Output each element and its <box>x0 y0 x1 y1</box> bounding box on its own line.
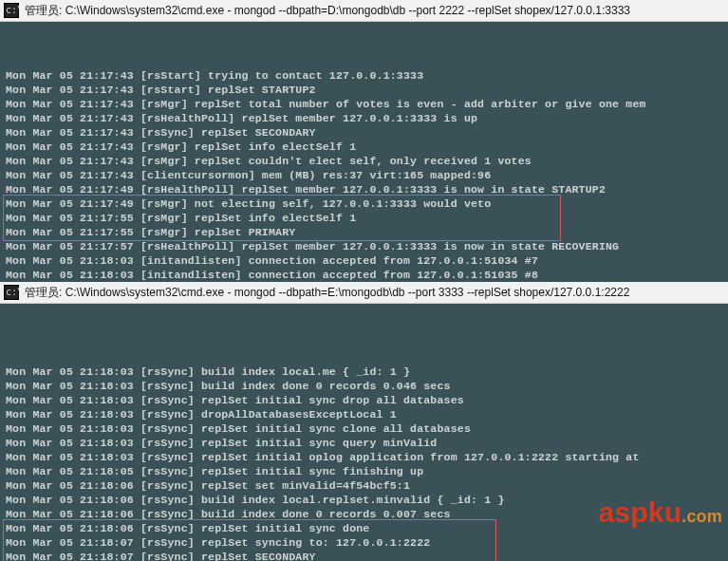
log-line: Mon Mar 05 21:18:03 [initandlisten] conn… <box>6 268 722 282</box>
log-line: Mon Mar 05 21:17:49 [rsMgr] not electing… <box>6 196 722 211</box>
log-line: Mon Mar 05 21:18:06 [rsSync] replSet ini… <box>6 521 722 535</box>
log-line: Mon Mar 05 21:17:57 [rsHealthPoll] replS… <box>6 239 722 253</box>
log-line: Mon Mar 05 21:18:03 [initandlisten] conn… <box>6 253 722 268</box>
log-line: Mon Mar 05 21:17:43 [rsHealthPoll] replS… <box>6 111 722 125</box>
cmd-icon: c:\ <box>4 285 19 300</box>
log-line: Mon Mar 05 21:17:43 [rsMgr] replSet info… <box>6 140 722 154</box>
cmd-icon: c:\ <box>4 3 19 18</box>
svg-text:c:\: c:\ <box>6 5 19 15</box>
titlebar-text-2: 管理员: C:\Windows\system32\cmd.exe - mongo… <box>25 285 629 301</box>
log-line: Mon Mar 05 21:17:43 [clientcursormon] me… <box>6 168 722 182</box>
log-line: Mon Mar 05 21:17:43 [rsSync] replSet SEC… <box>6 125 722 140</box>
log-line: Mon Mar 05 21:18:06 [rsSync] build index… <box>6 507 722 521</box>
titlebar-2[interactable]: c:\ 管理员: C:\Windows\system32\cmd.exe - m… <box>0 282 728 304</box>
log-line: Mon Mar 05 21:18:06 [rsSync] build index… <box>6 493 722 507</box>
log-line: Mon Mar 05 21:18:05 [rsSync] replSet ini… <box>6 464 722 478</box>
console-window-1: c:\ 管理员: C:\Windows\system32\cmd.exe - m… <box>0 0 728 282</box>
log-line: Mon Mar 05 21:18:03 [rsSync] replSet ini… <box>6 436 722 450</box>
log-line: Mon Mar 05 21:17:43 [rsMgr] replSet coul… <box>6 154 722 168</box>
log-line: Mon Mar 05 21:17:55 [rsMgr] replSet PRIM… <box>6 225 722 239</box>
titlebar-1[interactable]: c:\ 管理员: C:\Windows\system32\cmd.exe - m… <box>0 0 728 22</box>
log-line: Mon Mar 05 21:18:06 [rsSync] replSet set… <box>6 478 722 493</box>
log-line: Mon Mar 05 21:17:43 [rsStart] trying to … <box>6 68 722 83</box>
svg-text:c:\: c:\ <box>6 287 19 297</box>
log-line: Mon Mar 05 21:18:03 [rsSync] build index… <box>6 379 722 393</box>
log-line: Mon Mar 05 21:18:07 [rsSync] replSet syn… <box>6 535 722 550</box>
terminal-output-1[interactable]: Mon Mar 05 21:17:43 [rsStart] trying to … <box>0 22 728 282</box>
titlebar-text-1: 管理员: C:\Windows\system32\cmd.exe - mongo… <box>25 3 630 19</box>
log-line: Mon Mar 05 21:18:03 [rsSync] replSet ini… <box>6 450 722 464</box>
log-line: Mon Mar 05 21:18:03 [rsSync] replSet ini… <box>6 421 722 436</box>
log-line: Mon Mar 05 21:18:03 [rsSync] dropAllData… <box>6 407 722 421</box>
log-line: Mon Mar 05 21:17:43 [rsMgr] replSet tota… <box>6 97 722 111</box>
log-line: Mon Mar 05 21:17:49 [rsHealthPoll] replS… <box>6 182 722 196</box>
log-line: Mon Mar 05 21:17:55 [rsMgr] replSet info… <box>6 211 722 225</box>
terminal-output-2[interactable]: Mon Mar 05 21:18:03 [rsSync] build index… <box>0 304 728 561</box>
log-line: Mon Mar 05 21:17:43 [rsStart] replSet ST… <box>6 83 722 97</box>
console-window-2: c:\ 管理员: C:\Windows\system32\cmd.exe - m… <box>0 282 728 561</box>
log-line: Mon Mar 05 21:18:07 [rsSync] replSet SEC… <box>6 550 722 561</box>
log-line: Mon Mar 05 21:18:03 [rsSync] build index… <box>6 365 722 379</box>
log-line: Mon Mar 05 21:18:03 [rsSync] replSet ini… <box>6 393 722 407</box>
